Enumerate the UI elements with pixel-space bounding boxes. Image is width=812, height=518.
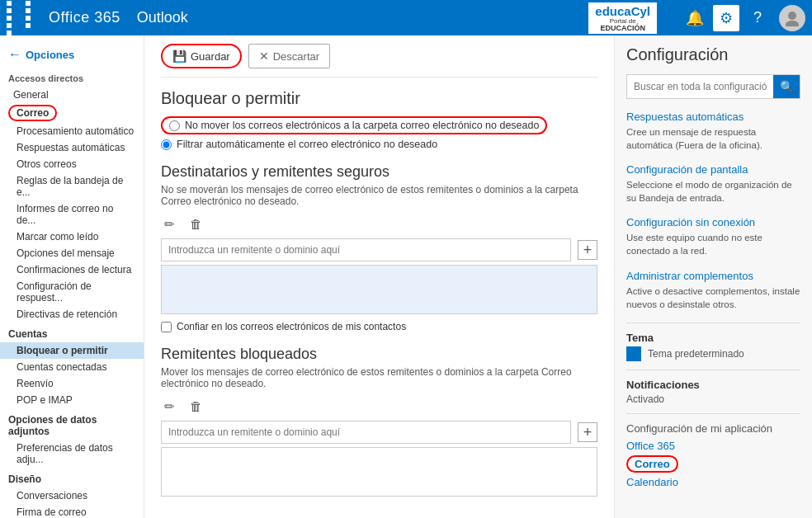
radio-option-filtrar: Filtrar automáticamente el correo electr… [161, 139, 597, 150]
safe-sender-input[interactable] [161, 238, 571, 261]
sidebar-item-procesamiento[interactable]: Procesamiento automático [0, 123, 144, 139]
nav-icons: 🔔 ⚙ ? [682, 5, 805, 31]
sidebar-item-opciones-datos[interactable]: Opciones de datos adjuntos [0, 412, 144, 440]
office365-link[interactable]: Office 365 [626, 440, 800, 452]
safe-senders-title: Destinatarios y remitentes seguros [161, 163, 597, 181]
help-icon[interactable]: ? [744, 5, 771, 31]
sidebar-item-general[interactable]: General [0, 87, 144, 103]
settings-icon[interactable]: ⚙ [713, 5, 739, 31]
app-grid-icon[interactable] [7, 1, 42, 35]
avatar-icon [784, 10, 800, 26]
discard-icon: ✕ [259, 49, 269, 63]
trust-contacts-checkbox[interactable] [161, 322, 172, 332]
config-complementos-desc: Active o desactive complementos, instale… [626, 285, 800, 311]
sidebar-section-accesos: Accesos directos [0, 67, 144, 87]
sidebar-item-preferencias-datos[interactable]: Preferencias de datos adju... [0, 440, 144, 468]
notificaciones-label: Notificaciones [626, 379, 800, 391]
config-divider3 [626, 413, 800, 414]
blocked-sender-input-row: + [161, 421, 597, 444]
sidebar-item-conversaciones[interactable]: Conversaciones [0, 487, 144, 504]
bell-icon[interactable]: 🔔 [682, 5, 708, 31]
educa-brand: educaCyl [595, 4, 650, 18]
discard-label: Descartar [273, 50, 319, 63]
radio-filtrar[interactable] [161, 139, 172, 150]
app-title: Office 365 [49, 9, 120, 26]
sidebar-item-opciones-mensaje[interactable]: Opciones del mensaje [0, 245, 144, 261]
logo-educacion: EDUCACIÓN [600, 25, 645, 32]
config-app-label: Configuración de mi aplicación [626, 422, 800, 435]
radio-no-mover[interactable] [169, 120, 180, 131]
svg-point-1 [786, 21, 799, 26]
edit-safe-icon[interactable]: ✏ [161, 215, 178, 233]
config-pantalla-link[interactable]: Configuración de pantalla [626, 163, 800, 176]
correo-link[interactable]: Correo [626, 455, 678, 473]
sidebar-item-pop-imap[interactable]: POP e IMAP [0, 392, 144, 408]
trust-contacts-label: Confiar en los correos electrónicos de m… [177, 321, 406, 332]
save-label: Guardar [191, 50, 230, 63]
safe-senders-actions: ✏ 🗑 [161, 215, 597, 233]
config-complementos-link[interactable]: Administrar complementos [626, 270, 800, 282]
sidebar-item-otros[interactable]: Otros correos [0, 156, 144, 172]
sidebar-item-bloquear[interactable]: Bloquear o permitir [0, 342, 144, 359]
blocked-senders-actions: ✏ 🗑 [161, 398, 597, 416]
delete-safe-icon[interactable]: 🗑 [186, 215, 205, 233]
config-search-input[interactable] [627, 77, 773, 97]
main-content: 💾 Guardar ✕ Descartar Bloquear o permiti… [144, 35, 614, 518]
tema-color-swatch [626, 346, 641, 361]
config-search-bar: 🔍 [626, 74, 800, 99]
sidebar-item-firma[interactable]: Firma de correo electrónico [0, 504, 144, 518]
educa-logo: educaCyl Portal de EDUCACIÓN [588, 2, 657, 34]
sidebar-item-cuentas-conectadas[interactable]: Cuentas conectadas [0, 359, 144, 375]
config-sin-conexion-link[interactable]: Configuración sin conexión [626, 216, 800, 228]
sidebar-item-correo[interactable]: Correo [8, 105, 57, 121]
sidebar-item-config-resp[interactable]: Configuración de respuest... [0, 278, 144, 306]
discard-button[interactable]: ✕ Descartar [248, 44, 330, 68]
sidebar-item-respuestas[interactable]: Respuestas automáticas [0, 139, 144, 156]
sidebar-back-button[interactable]: ← Opciones [0, 42, 144, 67]
sidebar-back-label: Opciones [26, 49, 74, 61]
radio-no-mover-label: No mover los correos electrónicos a la c… [185, 120, 539, 131]
blocked-senders-desc: Mover los mensajes de correo electrónico… [161, 366, 597, 389]
sidebar-item-confirmaciones[interactable]: Confirmaciones de lectura [0, 261, 144, 278]
config-divider1 [626, 323, 800, 323]
sidebar-item-directivas[interactable]: Directivas de retención [0, 306, 144, 323]
blocked-senders-title: Remitentes bloqueados [161, 346, 597, 363]
content-toolbar: 💾 Guardar ✕ Descartar [161, 35, 597, 78]
right-panel: Configuración 🔍 Respuestas automáticas C… [614, 35, 812, 518]
blocked-sender-input[interactable] [161, 421, 571, 444]
save-button[interactable]: 💾 Guardar [161, 44, 242, 68]
tema-row: Tema predeterminado [626, 346, 800, 361]
sidebar-item-diseno[interactable]: Diseño [0, 471, 144, 487]
safe-senders-list [161, 265, 597, 314]
sidebar-item-informes[interactable]: Informes de correo no de... [0, 200, 144, 228]
tema-label: Tema [626, 332, 800, 344]
config-search-button[interactable]: 🔍 [773, 75, 800, 98]
add-safe-sender-button[interactable]: + [578, 240, 597, 260]
radio-option-no-mover: No mover los correos electrónicos a la c… [161, 116, 597, 134]
config-pantalla-desc: Seleccione el modo de organización de su… [626, 178, 800, 205]
back-arrow-icon: ← [8, 47, 21, 62]
config-respuestas-link[interactable]: Respuestas automáticas [626, 111, 800, 123]
radio-group-filter: No mover los correos electrónicos a la c… [161, 116, 597, 150]
delete-blocked-icon[interactable]: 🗑 [186, 398, 205, 416]
safe-sender-input-row: + [161, 238, 597, 261]
avatar[interactable] [779, 5, 805, 31]
trust-contacts-row: Confiar en los correos electrónicos de m… [161, 321, 597, 332]
config-item-pantalla: Configuración de pantalla Seleccione el … [626, 163, 800, 205]
sidebar-item-reglas[interactable]: Reglas de la bandeja de e... [0, 172, 144, 200]
sidebar: ← Opciones Accesos directos General Corr… [0, 35, 144, 518]
sidebar-item-marcar[interactable]: Marcar como leído [0, 228, 144, 245]
config-divider2 [626, 370, 800, 370]
sidebar-item-reenvio[interactable]: Reenvío [0, 375, 144, 392]
config-item-respuestas: Respuestas automáticas Cree un mensaje d… [626, 111, 800, 152]
save-icon: 💾 [172, 49, 186, 63]
notificaciones-value: Activado [626, 393, 800, 405]
edit-blocked-icon[interactable]: ✏ [161, 398, 178, 416]
calendario-link[interactable]: Calendario [626, 476, 800, 488]
config-item-sin-conexion: Configuración sin conexión Use este equi… [626, 216, 800, 257]
right-panel-title: Configuración [626, 45, 800, 64]
config-item-complementos: Administrar complementos Active o desact… [626, 270, 800, 311]
config-respuestas-desc: Cree un mensaje de respuesta automática … [626, 125, 800, 152]
sidebar-item-cuentas[interactable]: Cuentas [0, 326, 144, 342]
add-blocked-sender-button[interactable]: + [578, 422, 597, 442]
